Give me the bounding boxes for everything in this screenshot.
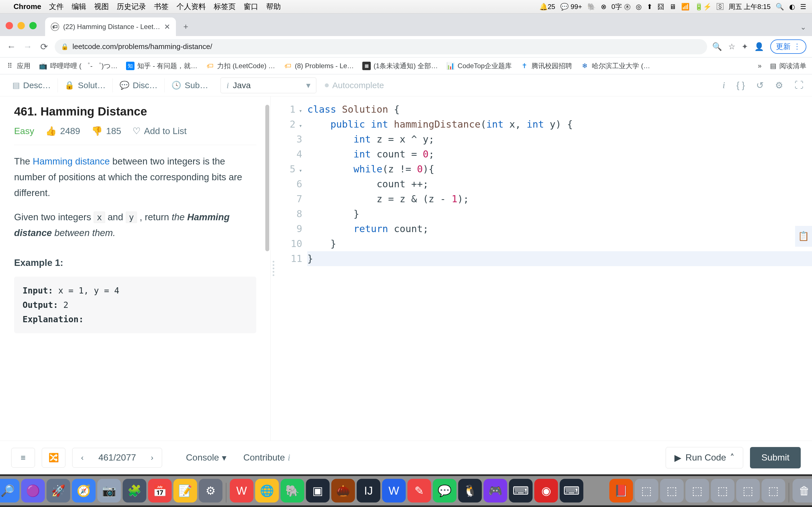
new-tab-button[interactable]: + [179,20,193,34]
reset-icon[interactable]: ↺ [756,80,764,91]
back-button[interactable]: ← [6,41,17,52]
status-x2[interactable]: ◎ [636,3,642,11]
menu-profile[interactable]: 个人资料 [176,2,206,11]
dock-app[interactable]: ⬚ [736,479,760,503]
dock-app[interactable]: W [382,479,406,503]
status-x3[interactable]: ⬆ [647,3,652,11]
menu-window[interactable]: 窗口 [244,2,258,11]
dock-app[interactable]: 🟣 [21,479,45,503]
status-datetime[interactable]: 周五 上午8:15 [728,2,770,11]
code-line[interactable]: while(z != 0){ [307,162,812,177]
bookmark-zhihu[interactable]: 知知乎 - 有问题，就… [126,61,197,70]
problem-list-button[interactable]: ≡ [11,448,35,467]
code-line[interactable]: public int hammingDistance(int x, int y)… [307,117,812,132]
code-line[interactable]: count ++; [307,177,812,191]
dock-app[interactable]: 💬 [433,479,456,503]
tab-discuss[interactable]: 💬Disc… [113,74,164,96]
bookmark-star-icon[interactable]: ☆ [728,42,735,51]
chrome-update-button[interactable]: 更新 ⋮ [770,40,806,54]
status-x1[interactable]: ⊗ [601,3,606,11]
code-line[interactable]: } [307,251,812,266]
dock-app[interactable]: ⬚ [686,479,709,503]
code-line[interactable]: return count; [307,221,812,236]
tab-overflow-icon[interactable]: ⌄ [800,23,806,32]
menu-tabs[interactable]: 标签页 [214,2,236,11]
like-button[interactable]: 👍2489 [45,126,80,136]
run-code-button[interactable]: ▶Run Code˄ [666,447,743,468]
prev-problem-button[interactable]: ‹ [72,453,92,462]
code-editor[interactable]: 1234567891011 class Solution { public in… [276,96,812,441]
zoom-icon[interactable]: 🔍 [712,42,722,51]
fullscreen-icon[interactable]: ⛶ [795,80,804,91]
next-problem-button[interactable]: › [142,453,162,462]
copy-code-button[interactable]: 📋 [795,226,812,247]
profile-avatar-icon[interactable]: 👤 [754,42,764,51]
dock-app[interactable]: 🎮 [484,479,507,503]
code-line[interactable]: } [307,236,812,251]
submit-button[interactable]: Submit [750,447,801,468]
status-x4[interactable]: 囧 [658,2,664,11]
code-line[interactable]: int count = 0; [307,147,812,162]
chrome-menu-icon[interactable]: ⋮ [794,42,801,51]
lock-icon[interactable]: 🔒 [61,43,68,50]
bookmark-bilibili[interactable]: 📺哔哩哔哩 ( ゜- ゜)つ… [39,61,117,70]
dock-app[interactable]: 🐘 [281,479,304,503]
code-line[interactable]: } [307,207,812,221]
menu-view[interactable]: 视图 [94,2,109,11]
tab-solution[interactable]: 🔒Solut… [58,74,112,96]
dock-app[interactable]: ⬚ [762,479,785,503]
bookmark-tencent[interactable]: ✝腾讯校园招聘 [520,61,572,70]
contribute-button[interactable]: Contributei [243,452,290,463]
console-toggle[interactable]: Console▾ [186,452,226,463]
dock-app[interactable]: 🔎 [0,479,19,503]
address-bar[interactable]: 🔒 leetcode.com/problems/hamming-distance… [55,39,707,54]
status-evernote[interactable]: 🐘 [587,3,596,11]
status-battery-icon[interactable]: 🔋⚡ [695,3,712,11]
status-ime[interactable]: 0字 ㊍ [612,2,631,11]
dock-app[interactable]: ⚙ [199,479,222,503]
dock-app[interactable]: ⬚ [635,479,658,503]
dock-app[interactable]: 🧭 [72,479,96,503]
window-minimize-button[interactable] [17,22,25,29]
braces-icon[interactable]: { } [737,80,745,91]
dock-app[interactable]: ⬚ [711,479,734,503]
code-line[interactable]: int z = x ^ y; [307,132,812,147]
spotlight-icon[interactable]: 🔍 [776,3,784,11]
tab-description[interactable]: ▤Desc… [6,74,57,96]
bookmarks-overflow[interactable]: » [758,62,762,70]
menu-edit[interactable]: 编辑 [71,2,86,11]
control-center-icon[interactable]: ☰ [800,3,806,11]
dock-app[interactable]: 🧩 [123,479,146,503]
dislike-button[interactable]: 👎185 [91,126,121,136]
dock-app[interactable]: 📝 [173,479,197,503]
status-s[interactable]: 🇸 [717,3,723,11]
status-wechat[interactable]: 💬 99+ [560,3,582,11]
browser-tab[interactable]: 🏷 (22) Hamming Distance - Leet… ✕ [45,17,176,36]
dock-app[interactable]: 📷 [97,479,121,503]
dock-app[interactable]: ⬚ [660,479,684,503]
window-zoom-button[interactable] [29,22,37,29]
bookmark-codetop[interactable]: 📊CodeTop企业题库 [446,61,512,70]
dock-app[interactable]: ◉ [534,479,558,503]
reading-list-button[interactable]: ▤阅读清单 [770,61,806,70]
code-area[interactable]: class Solution { public int hammingDista… [307,102,812,441]
dock-app[interactable]: 🐧 [458,479,482,503]
language-select[interactable]: i Java ▾ [220,77,316,93]
bookmark-leetcode-cn[interactable]: 🏷力扣 (LeetCode) … [206,61,275,70]
bookmark-notice[interactable]: ▦(1条未读通知) 全部… [362,61,438,70]
dock-app[interactable]: 📅 [148,479,172,503]
dock-app[interactable]: 🌰 [331,479,355,503]
info-icon[interactable]: i [723,80,725,91]
siri-icon[interactable]: ◐ [789,3,795,11]
scrollbar-thumb[interactable] [265,105,269,251]
dock-app[interactable]: ✎ [407,479,431,503]
pane-resizer[interactable] [271,96,276,441]
bookmark-hit[interactable]: ❄哈尔滨工业大学 (… [580,61,650,70]
menu-bookmarks[interactable]: 书签 [154,2,168,11]
status-notif[interactable]: 🔔25 [539,3,555,11]
code-line[interactable]: class Solution { [307,102,812,117]
dock-app[interactable]: IJ [357,479,380,503]
hamming-link[interactable]: Hamming distance [33,156,110,166]
tab-close-icon[interactable]: ✕ [164,22,170,31]
dock-app[interactable]: 🚀 [47,479,70,503]
